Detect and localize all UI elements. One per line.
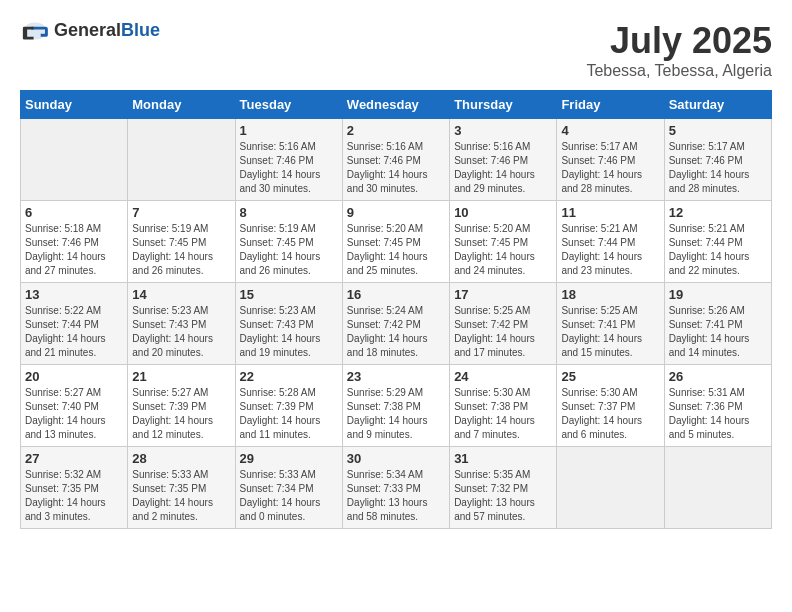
header-monday: Monday xyxy=(128,91,235,119)
day-detail: Sunrise: 5:19 AMSunset: 7:45 PMDaylight:… xyxy=(132,222,230,278)
day-number: 28 xyxy=(132,451,230,466)
day-cell: 6Sunrise: 5:18 AMSunset: 7:46 PMDaylight… xyxy=(21,201,128,283)
day-cell: 5Sunrise: 5:17 AMSunset: 7:46 PMDaylight… xyxy=(664,119,771,201)
day-number: 24 xyxy=(454,369,552,384)
day-cell: 21Sunrise: 5:27 AMSunset: 7:39 PMDayligh… xyxy=(128,365,235,447)
day-number: 23 xyxy=(347,369,445,384)
day-number: 15 xyxy=(240,287,338,302)
day-cell: 27Sunrise: 5:32 AMSunset: 7:35 PMDayligh… xyxy=(21,447,128,529)
day-cell xyxy=(557,447,664,529)
day-cell: 28Sunrise: 5:33 AMSunset: 7:35 PMDayligh… xyxy=(128,447,235,529)
week-row-4: 27Sunrise: 5:32 AMSunset: 7:35 PMDayligh… xyxy=(21,447,772,529)
day-cell xyxy=(128,119,235,201)
day-cell: 1Sunrise: 5:16 AMSunset: 7:46 PMDaylight… xyxy=(235,119,342,201)
day-cell: 16Sunrise: 5:24 AMSunset: 7:42 PMDayligh… xyxy=(342,283,449,365)
month-title: July 2025 xyxy=(586,20,772,62)
location-title: Tebessa, Tebessa, Algeria xyxy=(586,62,772,80)
day-number: 26 xyxy=(669,369,767,384)
header-friday: Friday xyxy=(557,91,664,119)
logo-text: GeneralBlue xyxy=(54,20,160,41)
day-number: 21 xyxy=(132,369,230,384)
day-detail: Sunrise: 5:19 AMSunset: 7:45 PMDaylight:… xyxy=(240,222,338,278)
day-number: 17 xyxy=(454,287,552,302)
day-detail: Sunrise: 5:27 AMSunset: 7:39 PMDaylight:… xyxy=(132,386,230,442)
header-wednesday: Wednesday xyxy=(342,91,449,119)
day-number: 22 xyxy=(240,369,338,384)
day-cell: 8Sunrise: 5:19 AMSunset: 7:45 PMDaylight… xyxy=(235,201,342,283)
day-cell: 10Sunrise: 5:20 AMSunset: 7:45 PMDayligh… xyxy=(450,201,557,283)
day-detail: Sunrise: 5:31 AMSunset: 7:36 PMDaylight:… xyxy=(669,386,767,442)
day-detail: Sunrise: 5:22 AMSunset: 7:44 PMDaylight:… xyxy=(25,304,123,360)
calendar-table: Sunday Monday Tuesday Wednesday Thursday… xyxy=(20,90,772,529)
day-detail: Sunrise: 5:29 AMSunset: 7:38 PMDaylight:… xyxy=(347,386,445,442)
day-number: 11 xyxy=(561,205,659,220)
day-cell: 20Sunrise: 5:27 AMSunset: 7:40 PMDayligh… xyxy=(21,365,128,447)
day-detail: Sunrise: 5:20 AMSunset: 7:45 PMDaylight:… xyxy=(347,222,445,278)
day-cell: 7Sunrise: 5:19 AMSunset: 7:45 PMDaylight… xyxy=(128,201,235,283)
day-cell: 30Sunrise: 5:34 AMSunset: 7:33 PMDayligh… xyxy=(342,447,449,529)
day-cell: 19Sunrise: 5:26 AMSunset: 7:41 PMDayligh… xyxy=(664,283,771,365)
day-cell: 26Sunrise: 5:31 AMSunset: 7:36 PMDayligh… xyxy=(664,365,771,447)
day-number: 27 xyxy=(25,451,123,466)
week-row-2: 13Sunrise: 5:22 AMSunset: 7:44 PMDayligh… xyxy=(21,283,772,365)
day-detail: Sunrise: 5:21 AMSunset: 7:44 PMDaylight:… xyxy=(669,222,767,278)
day-number: 10 xyxy=(454,205,552,220)
day-cell: 15Sunrise: 5:23 AMSunset: 7:43 PMDayligh… xyxy=(235,283,342,365)
day-detail: Sunrise: 5:26 AMSunset: 7:41 PMDaylight:… xyxy=(669,304,767,360)
day-number: 30 xyxy=(347,451,445,466)
day-detail: Sunrise: 5:27 AMSunset: 7:40 PMDaylight:… xyxy=(25,386,123,442)
day-number: 4 xyxy=(561,123,659,138)
day-detail: Sunrise: 5:32 AMSunset: 7:35 PMDaylight:… xyxy=(25,468,123,524)
title-block: July 2025 Tebessa, Tebessa, Algeria xyxy=(586,20,772,80)
header-tuesday: Tuesday xyxy=(235,91,342,119)
day-number: 5 xyxy=(669,123,767,138)
day-detail: Sunrise: 5:16 AMSunset: 7:46 PMDaylight:… xyxy=(240,140,338,196)
day-detail: Sunrise: 5:25 AMSunset: 7:42 PMDaylight:… xyxy=(454,304,552,360)
day-number: 1 xyxy=(240,123,338,138)
day-detail: Sunrise: 5:18 AMSunset: 7:46 PMDaylight:… xyxy=(25,222,123,278)
day-cell: 4Sunrise: 5:17 AMSunset: 7:46 PMDaylight… xyxy=(557,119,664,201)
day-detail: Sunrise: 5:20 AMSunset: 7:45 PMDaylight:… xyxy=(454,222,552,278)
header-thursday: Thursday xyxy=(450,91,557,119)
day-cell: 3Sunrise: 5:16 AMSunset: 7:46 PMDaylight… xyxy=(450,119,557,201)
day-detail: Sunrise: 5:21 AMSunset: 7:44 PMDaylight:… xyxy=(561,222,659,278)
day-number: 7 xyxy=(132,205,230,220)
day-number: 9 xyxy=(347,205,445,220)
day-cell: 31Sunrise: 5:35 AMSunset: 7:32 PMDayligh… xyxy=(450,447,557,529)
day-cell: 18Sunrise: 5:25 AMSunset: 7:41 PMDayligh… xyxy=(557,283,664,365)
day-number: 14 xyxy=(132,287,230,302)
day-detail: Sunrise: 5:17 AMSunset: 7:46 PMDaylight:… xyxy=(561,140,659,196)
day-detail: Sunrise: 5:33 AMSunset: 7:34 PMDaylight:… xyxy=(240,468,338,524)
day-cell xyxy=(664,447,771,529)
day-number: 6 xyxy=(25,205,123,220)
day-number: 2 xyxy=(347,123,445,138)
day-cell: 13Sunrise: 5:22 AMSunset: 7:44 PMDayligh… xyxy=(21,283,128,365)
day-cell: 22Sunrise: 5:28 AMSunset: 7:39 PMDayligh… xyxy=(235,365,342,447)
day-detail: Sunrise: 5:16 AMSunset: 7:46 PMDaylight:… xyxy=(347,140,445,196)
logo-icon xyxy=(20,21,50,41)
day-cell: 25Sunrise: 5:30 AMSunset: 7:37 PMDayligh… xyxy=(557,365,664,447)
day-number: 3 xyxy=(454,123,552,138)
day-detail: Sunrise: 5:25 AMSunset: 7:41 PMDaylight:… xyxy=(561,304,659,360)
day-detail: Sunrise: 5:33 AMSunset: 7:35 PMDaylight:… xyxy=(132,468,230,524)
day-detail: Sunrise: 5:17 AMSunset: 7:46 PMDaylight:… xyxy=(669,140,767,196)
day-detail: Sunrise: 5:35 AMSunset: 7:32 PMDaylight:… xyxy=(454,468,552,524)
day-cell: 24Sunrise: 5:30 AMSunset: 7:38 PMDayligh… xyxy=(450,365,557,447)
header-row: Sunday Monday Tuesday Wednesday Thursday… xyxy=(21,91,772,119)
day-cell: 23Sunrise: 5:29 AMSunset: 7:38 PMDayligh… xyxy=(342,365,449,447)
day-detail: Sunrise: 5:28 AMSunset: 7:39 PMDaylight:… xyxy=(240,386,338,442)
day-detail: Sunrise: 5:30 AMSunset: 7:38 PMDaylight:… xyxy=(454,386,552,442)
day-number: 20 xyxy=(25,369,123,384)
logo: GeneralBlue xyxy=(20,20,160,41)
day-number: 16 xyxy=(347,287,445,302)
page-header: GeneralBlue July 2025 Tebessa, Tebessa, … xyxy=(20,20,772,80)
day-number: 13 xyxy=(25,287,123,302)
day-number: 18 xyxy=(561,287,659,302)
day-cell: 14Sunrise: 5:23 AMSunset: 7:43 PMDayligh… xyxy=(128,283,235,365)
day-number: 8 xyxy=(240,205,338,220)
day-cell xyxy=(21,119,128,201)
day-cell: 9Sunrise: 5:20 AMSunset: 7:45 PMDaylight… xyxy=(342,201,449,283)
day-cell: 12Sunrise: 5:21 AMSunset: 7:44 PMDayligh… xyxy=(664,201,771,283)
day-number: 19 xyxy=(669,287,767,302)
week-row-0: 1Sunrise: 5:16 AMSunset: 7:46 PMDaylight… xyxy=(21,119,772,201)
